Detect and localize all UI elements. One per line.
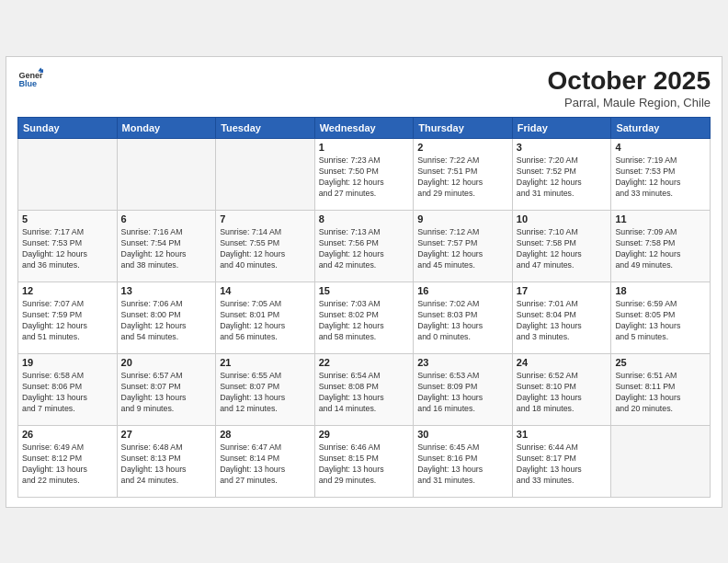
day-info: Sunrise: 6:44 AM Sunset: 8:17 PM Dayligh… (517, 442, 608, 487)
day-info: Sunrise: 6:53 AM Sunset: 8:09 PM Dayligh… (417, 370, 508, 415)
weekday-header-saturday: Saturday (611, 117, 711, 138)
calendar-cell (216, 138, 315, 210)
weekday-header-wednesday: Wednesday (314, 117, 414, 138)
calendar-cell: 30Sunrise: 6:45 AM Sunset: 8:16 PM Dayli… (414, 425, 513, 497)
calendar-cell (611, 425, 711, 497)
calendar-cell: 24Sunrise: 6:52 AM Sunset: 8:10 PM Dayli… (512, 353, 611, 425)
week-row-1: 1Sunrise: 7:23 AM Sunset: 7:50 PM Daylig… (18, 138, 711, 210)
day-info: Sunrise: 7:05 AM Sunset: 8:01 PM Dayligh… (220, 298, 311, 343)
day-info: Sunrise: 7:03 AM Sunset: 8:02 PM Dayligh… (319, 298, 410, 343)
day-number: 25 (615, 357, 706, 368)
weekday-header-thursday: Thursday (414, 117, 513, 138)
day-info: Sunrise: 6:59 AM Sunset: 8:05 PM Dayligh… (615, 298, 706, 343)
calendar-container: General Blue October 2025 Parral, Maule … (6, 56, 722, 508)
calendar-cell: 23Sunrise: 6:53 AM Sunset: 8:09 PM Dayli… (414, 353, 513, 425)
day-number: 19 (22, 357, 113, 368)
logo: General Blue (17, 66, 43, 92)
day-info: Sunrise: 6:49 AM Sunset: 8:12 PM Dayligh… (22, 442, 113, 487)
calendar-cell: 6Sunrise: 7:16 AM Sunset: 7:54 PM Daylig… (117, 210, 216, 282)
day-info: Sunrise: 7:09 AM Sunset: 7:58 PM Dayligh… (615, 226, 706, 271)
calendar-cell: 8Sunrise: 7:13 AM Sunset: 7:56 PM Daylig… (314, 210, 414, 282)
day-info: Sunrise: 6:45 AM Sunset: 8:16 PM Dayligh… (417, 442, 508, 487)
day-info: Sunrise: 7:13 AM Sunset: 7:56 PM Dayligh… (319, 226, 410, 271)
calendar-cell: 14Sunrise: 7:05 AM Sunset: 8:01 PM Dayli… (216, 282, 315, 353)
day-info: Sunrise: 7:16 AM Sunset: 7:54 PM Dayligh… (121, 226, 212, 271)
calendar-cell: 31Sunrise: 6:44 AM Sunset: 8:17 PM Dayli… (512, 425, 611, 497)
day-info: Sunrise: 6:58 AM Sunset: 8:06 PM Dayligh… (22, 370, 113, 415)
day-number: 30 (417, 429, 508, 440)
day-number: 13 (121, 285, 212, 296)
day-info: Sunrise: 7:17 AM Sunset: 7:53 PM Dayligh… (22, 226, 113, 271)
calendar-cell: 19Sunrise: 6:58 AM Sunset: 8:06 PM Dayli… (18, 353, 118, 425)
calendar-table: SundayMondayTuesdayWednesdayThursdayFrid… (17, 117, 711, 498)
calendar-cell: 29Sunrise: 6:46 AM Sunset: 8:15 PM Dayli… (314, 425, 414, 497)
day-number: 27 (121, 429, 212, 440)
calendar-cell: 9Sunrise: 7:12 AM Sunset: 7:57 PM Daylig… (414, 210, 513, 282)
logo-icon: General Blue (17, 66, 43, 92)
day-info: Sunrise: 6:54 AM Sunset: 8:08 PM Dayligh… (319, 370, 410, 415)
weekday-header-row: SundayMondayTuesdayWednesdayThursdayFrid… (18, 117, 711, 138)
calendar-cell: 17Sunrise: 7:01 AM Sunset: 8:04 PM Dayli… (512, 282, 611, 353)
calendar-cell: 20Sunrise: 6:57 AM Sunset: 8:07 PM Dayli… (117, 353, 216, 425)
week-row-5: 26Sunrise: 6:49 AM Sunset: 8:12 PM Dayli… (18, 425, 711, 497)
day-number: 15 (319, 285, 410, 296)
svg-text:Blue: Blue (18, 78, 37, 87)
day-number: 6 (121, 213, 212, 224)
day-number: 12 (22, 285, 113, 296)
calendar-header: General Blue October 2025 Parral, Maule … (17, 66, 711, 109)
day-info: Sunrise: 7:02 AM Sunset: 8:03 PM Dayligh… (417, 298, 508, 343)
location: Parral, Maule Region, Chile (548, 96, 711, 109)
calendar-cell: 13Sunrise: 7:06 AM Sunset: 8:00 PM Dayli… (117, 282, 216, 353)
day-number: 26 (22, 429, 113, 440)
calendar-cell (117, 138, 216, 210)
week-row-3: 12Sunrise: 7:07 AM Sunset: 7:59 PM Dayli… (18, 282, 711, 353)
day-number: 4 (615, 142, 706, 153)
day-info: Sunrise: 7:06 AM Sunset: 8:00 PM Dayligh… (121, 298, 212, 343)
day-info: Sunrise: 7:20 AM Sunset: 7:52 PM Dayligh… (517, 155, 608, 200)
day-info: Sunrise: 6:52 AM Sunset: 8:10 PM Dayligh… (517, 370, 608, 415)
day-info: Sunrise: 6:55 AM Sunset: 8:07 PM Dayligh… (220, 370, 311, 415)
calendar-cell: 27Sunrise: 6:48 AM Sunset: 8:13 PM Dayli… (117, 425, 216, 497)
calendar-cell: 10Sunrise: 7:10 AM Sunset: 7:58 PM Dayli… (512, 210, 611, 282)
calendar-cell: 25Sunrise: 6:51 AM Sunset: 8:11 PM Dayli… (611, 353, 711, 425)
day-number: 24 (517, 357, 608, 368)
day-number: 18 (615, 285, 706, 296)
day-number: 23 (417, 357, 508, 368)
calendar-cell: 2Sunrise: 7:22 AM Sunset: 7:51 PM Daylig… (414, 138, 513, 210)
day-info: Sunrise: 6:48 AM Sunset: 8:13 PM Dayligh… (121, 442, 212, 487)
day-number: 2 (417, 142, 508, 153)
weekday-header-monday: Monday (117, 117, 216, 138)
day-info: Sunrise: 7:23 AM Sunset: 7:50 PM Dayligh… (319, 155, 410, 200)
day-info: Sunrise: 6:51 AM Sunset: 8:11 PM Dayligh… (615, 370, 706, 415)
day-number: 21 (220, 357, 311, 368)
week-row-2: 5Sunrise: 7:17 AM Sunset: 7:53 PM Daylig… (18, 210, 711, 282)
day-number: 29 (319, 429, 410, 440)
weekday-header-friday: Friday (512, 117, 611, 138)
day-number: 17 (517, 285, 608, 296)
day-number: 31 (517, 429, 608, 440)
calendar-cell: 7Sunrise: 7:14 AM Sunset: 7:55 PM Daylig… (216, 210, 315, 282)
day-number: 8 (319, 213, 410, 224)
title-block: October 2025 Parral, Maule Region, Chile (548, 66, 711, 109)
day-number: 11 (615, 213, 706, 224)
day-info: Sunrise: 7:19 AM Sunset: 7:53 PM Dayligh… (615, 155, 706, 200)
day-info: Sunrise: 7:12 AM Sunset: 7:57 PM Dayligh… (417, 226, 508, 271)
weekday-header-sunday: Sunday (18, 117, 118, 138)
day-number: 9 (417, 213, 508, 224)
calendar-cell: 3Sunrise: 7:20 AM Sunset: 7:52 PM Daylig… (512, 138, 611, 210)
week-row-4: 19Sunrise: 6:58 AM Sunset: 8:06 PM Dayli… (18, 353, 711, 425)
day-info: Sunrise: 7:22 AM Sunset: 7:51 PM Dayligh… (417, 155, 508, 200)
day-number: 3 (517, 142, 608, 153)
day-number: 20 (121, 357, 212, 368)
calendar-cell: 1Sunrise: 7:23 AM Sunset: 7:50 PM Daylig… (314, 138, 414, 210)
calendar-cell: 18Sunrise: 6:59 AM Sunset: 8:05 PM Dayli… (611, 282, 711, 353)
day-info: Sunrise: 6:47 AM Sunset: 8:14 PM Dayligh… (220, 442, 311, 487)
day-info: Sunrise: 7:10 AM Sunset: 7:58 PM Dayligh… (517, 226, 608, 271)
calendar-cell: 11Sunrise: 7:09 AM Sunset: 7:58 PM Dayli… (611, 210, 711, 282)
calendar-cell: 22Sunrise: 6:54 AM Sunset: 8:08 PM Dayli… (314, 353, 414, 425)
calendar-cell (18, 138, 118, 210)
day-number: 1 (319, 142, 410, 153)
calendar-cell: 16Sunrise: 7:02 AM Sunset: 8:03 PM Dayli… (414, 282, 513, 353)
day-number: 14 (220, 285, 311, 296)
calendar-cell: 21Sunrise: 6:55 AM Sunset: 8:07 PM Dayli… (216, 353, 315, 425)
